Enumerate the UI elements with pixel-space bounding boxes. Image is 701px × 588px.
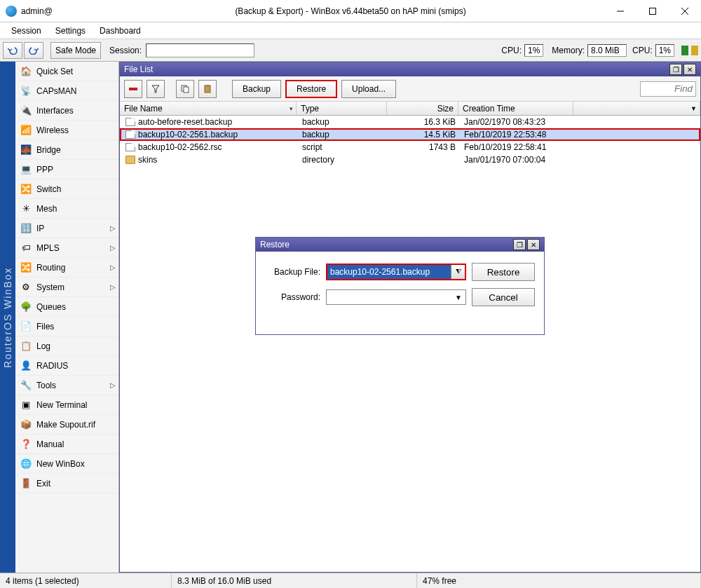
restore-dialog: Restore ❐ ✕ Backup File: ⧨ Restore Passw… [255,237,545,335]
sidebar-item-routing[interactable]: 🔀Routing▷ [15,258,118,278]
col-creation-time[interactable]: Creation Time [458,102,573,115]
sidebar-item-label: Log [36,341,50,351]
window-maximize-button[interactable] [637,0,669,22]
sidebar-item-new-terminal[interactable]: ▣New Terminal [15,395,118,415]
col-size[interactable]: Size [387,102,458,115]
find-input[interactable] [640,81,696,97]
sidebar-item-label: Make Supout.rif [36,420,95,430]
sidebar-item-make-supout.rif[interactable]: 📦Make Supout.rif [15,415,118,435]
sidebar-item-files[interactable]: 📄Files [15,317,118,336]
password-input[interactable] [327,290,451,304]
file-row[interactable]: skinsdirectoryJan/01/1970 07:00:04 [120,153,700,166]
menu-dashboard[interactable]: Dashboard [93,24,148,38]
filter-button[interactable] [147,80,165,98]
backup-button[interactable]: Backup [232,80,281,98]
sidebar-item-bridge[interactable]: 🌉Bridge [15,140,118,160]
sidebar-item-radius[interactable]: 👤RADIUS [15,356,118,376]
file-list-close-button[interactable]: ✕ [683,64,696,75]
chevron-right-icon: ▷ [110,244,116,252]
password-dropdown[interactable]: ▼ [451,290,465,304]
backup-file-combo[interactable]: ⧨ [326,264,466,280]
sidebar-item-ip[interactable]: 🔢IP▷ [15,219,118,238]
file-row[interactable]: backup10-02-2561.backupbackup14.5 KiBFeb… [120,128,700,141]
password-label: Password: [264,292,320,302]
backup-file-label: Backup File: [264,267,320,277]
capsman-icon: 📡 [20,85,32,97]
col-filename[interactable]: File Name [120,102,297,115]
file-row[interactable]: auto-before-reset.backupbackup16.3 KiBJa… [120,116,700,128]
file-time: Jan/02/1970 08:43:23 [460,117,575,127]
chevron-right-icon: ▷ [110,224,116,232]
sidebar-item-label: Bridge [36,145,61,155]
col-type[interactable]: Type [297,102,387,115]
status-indicator-yellow [691,46,698,55]
sidebar-item-interfaces[interactable]: 🔌Interfaces [15,101,118,121]
sidebar-item-system[interactable]: ⚙System▷ [15,278,118,297]
sidebar-item-label: System [36,282,64,292]
titlebar-login: admin@ [21,6,53,16]
sidebar-item-mesh[interactable]: ✳Mesh [15,199,118,219]
upload-button[interactable]: Upload... [341,80,396,98]
sidebar-item-label: CAPsMAN [36,86,76,96]
funnel-icon [151,85,160,93]
file-name: backup10-02-2562.rsc [138,142,222,152]
copy-button[interactable] [176,80,194,98]
sidebar-item-ppp[interactable]: 💻PPP [15,160,118,179]
sidebar-item-quick-set[interactable]: 🏠Quick Set [15,62,118,81]
menu-settings[interactable]: Settings [48,24,93,38]
dialog-cancel-button[interactable]: Cancel [472,288,535,306]
file-list-titlebar[interactable]: File List ❐ ✕ [120,62,700,76]
sidebar-item-label: Mesh [36,204,57,214]
sidebar-item-log[interactable]: 📋Log [15,336,118,356]
col-menu[interactable] [573,102,700,115]
sidebar-item-mpls[interactable]: 🏷MPLS▷ [15,238,118,258]
sidebar-item-wireless[interactable]: 📶Wireless [15,121,118,140]
paste-button[interactable] [198,80,217,98]
session-input[interactable] [146,43,254,57]
restore-detach-button[interactable]: ❐ [513,239,526,250]
file-list-body: auto-before-reset.backupbackup16.3 KiBJa… [120,116,700,166]
password-combo[interactable]: ▼ [326,289,466,305]
make-supout.rif-icon: 📦 [20,418,32,431]
backup-file-input[interactable] [327,265,451,279]
minimize-icon [617,8,624,15]
undo-button[interactable] [3,42,22,59]
menubar: Session Settings Dashboard [0,22,701,39]
sidebar-item-label: RADIUS [36,361,68,371]
sidebar-item-switch[interactable]: 🔀Switch [15,179,118,199]
restore-close-button[interactable]: ✕ [527,239,540,250]
file-list-header: File Name Type Size Creation Time [120,102,700,116]
tools-icon: 🔧 [20,379,32,392]
sidebar-item-label: MPLS [36,243,60,253]
remove-button[interactable] [124,80,142,98]
restore-title: Restore [260,240,290,249]
main-toolbar: Safe Mode Session: CPU: 1% Memory: 8.0 M… [0,39,701,62]
cpu-value: 1% [524,44,543,57]
log-icon: 📋 [20,340,32,353]
vertical-brand-label: RouterOS WinBox [0,62,15,573]
redo-button[interactable] [24,42,43,59]
menu-session[interactable]: Session [4,24,48,38]
dialog-restore-button[interactable]: Restore [472,263,535,281]
safe-mode-button[interactable]: Safe Mode [50,42,101,59]
exit-icon: 🚪 [20,477,32,490]
sidebar-item-manual[interactable]: ❓Manual [15,435,118,454]
file-icon [125,130,135,139]
sidebar-item-capsman[interactable]: 📡CAPsMAN [15,81,118,101]
window-close-button[interactable] [669,0,701,22]
restore-titlebar[interactable]: Restore ❐ ✕ [256,238,544,252]
chevron-right-icon: ▷ [110,283,116,291]
backup-file-dropdown[interactable]: ⧨ [451,265,465,279]
sidebar-item-new-winbox[interactable]: 🌐New WinBox [15,454,118,474]
file-size: 16.3 KiB [388,117,460,127]
sidebar-item-tools[interactable]: 🔧Tools▷ [15,376,118,395]
svg-rect-6 [184,87,189,93]
cpu-label: CPU: [501,46,522,55]
file-row[interactable]: backup10-02-2562.rscscript1743 BFeb/10/2… [120,141,700,153]
sidebar-item-queues[interactable]: 🌳Queues [15,297,118,317]
sidebar-item-exit[interactable]: 🚪Exit [15,474,118,493]
file-list-restore-window-button[interactable]: ❐ [669,64,682,75]
files-icon: 📄 [20,320,32,333]
window-minimize-button[interactable] [604,0,637,22]
restore-button[interactable]: Restore [285,80,337,98]
